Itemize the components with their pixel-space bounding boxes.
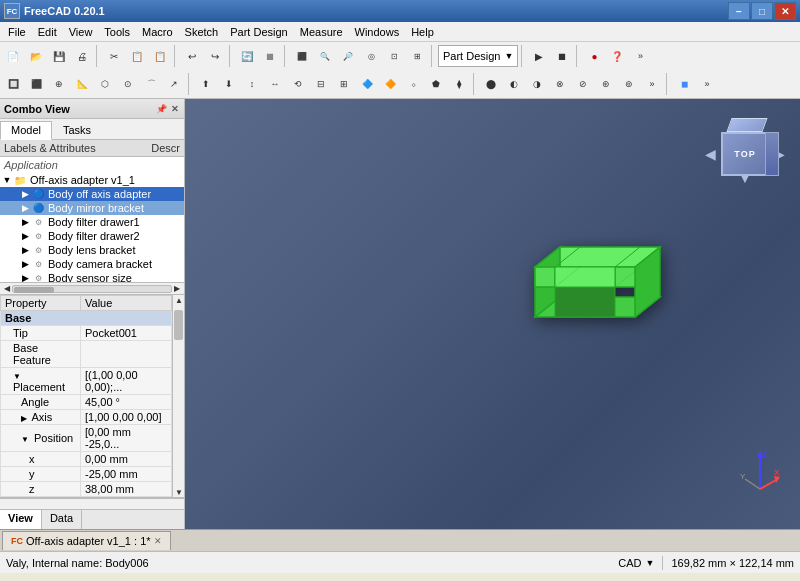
workbench-dropdown[interactable]: Part Design ▼ xyxy=(438,45,518,67)
nav-cube-inner[interactable]: TOP xyxy=(705,114,785,194)
bottom-tab-data[interactable]: Data xyxy=(42,510,82,529)
tb-new[interactable]: 📄 xyxy=(2,45,24,67)
tb2-28[interactable]: » xyxy=(641,73,663,95)
viewport-tab-main[interactable]: FC Off-axis adapter v1_1 : 1* ✕ xyxy=(2,531,171,550)
tb2-5[interactable]: ⬡ xyxy=(94,73,116,95)
hscroll-track[interactable] xyxy=(12,285,172,293)
minimize-button[interactable]: − xyxy=(728,2,750,20)
menu-file[interactable]: File xyxy=(2,24,32,40)
menu-edit[interactable]: Edit xyxy=(32,24,63,40)
tree-item-4[interactable]: ▶ ⚙ Body lens bracket xyxy=(0,243,184,257)
tb2-1[interactable]: 🔲 xyxy=(2,73,24,95)
menu-part-design[interactable]: Part Design xyxy=(224,24,293,40)
close-button[interactable]: ✕ xyxy=(774,2,796,20)
tb2-2[interactable]: ⬛ xyxy=(25,73,47,95)
tb-persp[interactable]: ⬛ xyxy=(291,45,313,67)
tb2-8[interactable]: ↗ xyxy=(163,73,185,95)
tb-view5[interactable]: ⊞ xyxy=(406,45,428,67)
tb-undo[interactable]: ↩ xyxy=(181,45,203,67)
tb2-20[interactable]: ⧫ xyxy=(448,73,470,95)
placement-expand[interactable]: ▼ xyxy=(13,372,21,381)
tb2-15[interactable]: ⊞ xyxy=(333,73,355,95)
tb2-13[interactable]: ⟲ xyxy=(287,73,309,95)
tb2-25[interactable]: ⊘ xyxy=(572,73,594,95)
cube-front-face[interactable]: TOP xyxy=(721,132,769,176)
nav-cube[interactable]: ▲ ▼ ◀ ▶ TOP xyxy=(705,114,785,194)
menu-measure[interactable]: Measure xyxy=(294,24,349,40)
tb-view4[interactable]: ⊡ xyxy=(383,45,405,67)
tb2-12[interactable]: ↔ xyxy=(264,73,286,95)
vscroll-down[interactable]: ▼ xyxy=(173,487,184,497)
viewport-tab-close[interactable]: ✕ xyxy=(154,536,162,546)
vscroll-container[interactable] xyxy=(173,305,184,487)
tb2-29[interactable]: ◼ xyxy=(673,73,695,95)
tb2-7[interactable]: ⌒ xyxy=(140,73,162,95)
position-expand[interactable]: ▼ xyxy=(21,435,29,444)
tb2-11[interactable]: ↕ xyxy=(241,73,263,95)
tb-copy[interactable]: 📋 xyxy=(126,45,148,67)
menu-view[interactable]: View xyxy=(63,24,99,40)
tb-extra[interactable]: » xyxy=(629,45,651,67)
hscroll-right[interactable]: ▶ xyxy=(172,284,182,294)
viewport[interactable]: ▲ ▼ ◀ ▶ TOP xyxy=(185,99,800,529)
props-hscrollbar[interactable] xyxy=(0,497,184,509)
tb2-14[interactable]: ⊟ xyxy=(310,73,332,95)
tb-open[interactable]: 📂 xyxy=(25,45,47,67)
tb2-9[interactable]: ⬆ xyxy=(195,73,217,95)
menu-help[interactable]: Help xyxy=(405,24,440,40)
tree-item-6[interactable]: ▶ ⚙ Body sensor size xyxy=(0,271,184,282)
tb2-22[interactable]: ◐ xyxy=(503,73,525,95)
tb2-26[interactable]: ⊛ xyxy=(595,73,617,95)
combo-close-button[interactable]: ✕ xyxy=(170,103,180,115)
tree-item-3[interactable]: ▶ ⚙ Body filter drawer2 xyxy=(0,229,184,243)
tb2-3[interactable]: ⊕ xyxy=(48,73,70,95)
hscroll-left[interactable]: ◀ xyxy=(2,284,12,294)
tb2-27[interactable]: ⊚ xyxy=(618,73,640,95)
bottom-tab-view[interactable]: View xyxy=(0,510,42,529)
tb-refresh[interactable]: 🔄 xyxy=(236,45,258,67)
tb2-19[interactable]: ⬟ xyxy=(425,73,447,95)
menu-tools[interactable]: Tools xyxy=(98,24,136,40)
tb-red-circle[interactable]: ● xyxy=(583,45,605,67)
tree-item-2[interactable]: ▶ ⚙ Body filter drawer1 xyxy=(0,215,184,229)
props-row-position[interactable]: ▼ Position [0,00 mm -25,0... xyxy=(1,425,172,452)
tb-redo[interactable]: ↪ xyxy=(204,45,226,67)
tb2-18[interactable]: ⬦ xyxy=(402,73,424,95)
tab-tasks[interactable]: Tasks xyxy=(52,121,102,139)
tb2-23[interactable]: ◑ xyxy=(526,73,548,95)
menu-macro[interactable]: Macro xyxy=(136,24,179,40)
props-vscrollbar[interactable]: ▲ ▼ xyxy=(172,295,184,497)
tb2-21[interactable]: ⬤ xyxy=(480,73,502,95)
tb2-30[interactable]: » xyxy=(696,73,718,95)
tb-cut[interactable]: ✂ xyxy=(103,45,125,67)
props-row-axis[interactable]: ▶ Axis [1,00 0,00 0,00] xyxy=(1,410,172,425)
vscroll-thumb[interactable] xyxy=(174,310,183,340)
menu-sketch[interactable]: Sketch xyxy=(179,24,225,40)
tree-hscrollbar[interactable]: ◀ ▶ xyxy=(0,282,184,294)
tree-item-5[interactable]: ▶ ⚙ Body camera bracket xyxy=(0,257,184,271)
tb-view3[interactable]: ◎ xyxy=(360,45,382,67)
tb-paste[interactable]: 📋 xyxy=(149,45,171,67)
tb-view1[interactable]: 🔍 xyxy=(314,45,336,67)
tb2-4[interactable]: 📐 xyxy=(71,73,93,95)
tb-stop2[interactable]: ⏹ xyxy=(551,45,573,67)
tb-view2[interactable]: 🔎 xyxy=(337,45,359,67)
tb2-17[interactable]: 🔶 xyxy=(379,73,401,95)
tb-stop[interactable]: ⏹ xyxy=(259,45,281,67)
menu-windows[interactable]: Windows xyxy=(349,24,406,40)
tb2-6[interactable]: ⊙ xyxy=(117,73,139,95)
tb2-10[interactable]: ⬇ xyxy=(218,73,240,95)
axis-expand[interactable]: ▶ xyxy=(21,414,27,423)
tree-item-root[interactable]: ▼ 📁 Off-axis adapter v1_1 xyxy=(0,173,184,187)
tb-help[interactable]: ❓ xyxy=(606,45,628,67)
props-row-placement[interactable]: ▼ Placement [(1,00 0,00 0,00);... xyxy=(1,368,172,395)
tab-model[interactable]: Model xyxy=(0,121,52,140)
tb2-16[interactable]: 🔷 xyxy=(356,73,378,95)
combo-pin-button[interactable]: 📌 xyxy=(155,103,168,115)
tb-print[interactable]: 🖨 xyxy=(71,45,93,67)
tb-play[interactable]: ▶ xyxy=(528,45,550,67)
hscroll-thumb[interactable] xyxy=(14,287,54,293)
maximize-button[interactable]: □ xyxy=(751,2,773,20)
tb-save[interactable]: 💾 xyxy=(48,45,70,67)
tb2-24[interactable]: ⊗ xyxy=(549,73,571,95)
